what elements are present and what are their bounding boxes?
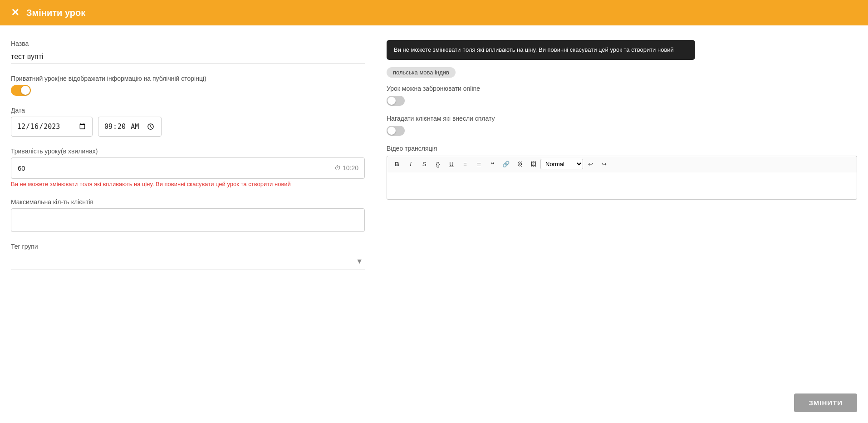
online-booking-toggle[interactable] <box>387 96 405 106</box>
strikethrough-button[interactable]: S <box>418 158 431 171</box>
remind-clients-group: Нагадати клієнтам які внесли сплату <box>387 115 857 138</box>
left-panel: Назва Приватний урок(не відображати інфо… <box>11 40 365 412</box>
private-label: Приватний урок(не відображати інформацію… <box>11 75 365 82</box>
italic-button[interactable]: I <box>404 158 417 171</box>
date-field-group: Дата <box>11 107 365 137</box>
private-toggle[interactable] <box>11 85 31 96</box>
tag-select[interactable] <box>11 253 365 270</box>
remind-clients-label: Нагадати клієнтам які внесли сплату <box>387 115 857 122</box>
online-booking-label: Урок можна забронювати online <box>387 85 857 92</box>
undo-button[interactable]: ↩ <box>584 158 597 171</box>
header: ✕ Змінити урок <box>0 0 868 25</box>
tag-chip-row: польська мова індив <box>387 67 857 78</box>
right-panel: Ви не можете змінювати поля які впливают… <box>387 40 857 412</box>
code-button[interactable]: {} <box>432 158 444 171</box>
max-clients-label: Максимальна кіл-ть клієнтів <box>11 198 365 206</box>
group-tag-label: Тег групи <box>11 243 365 250</box>
submit-button[interactable]: ЗМІНИТИ <box>794 393 857 412</box>
underline-button[interactable]: U <box>445 158 458 171</box>
duration-input[interactable] <box>11 157 365 179</box>
date-label: Дата <box>11 107 365 114</box>
duration-label: Тривалість уроку(в хвилинах) <box>11 148 365 155</box>
date-row <box>11 117 365 137</box>
max-clients-field-group: Максимальна кіл-ть клієнтів <box>11 198 365 232</box>
link-button[interactable]: 🔗 <box>500 158 512 171</box>
bold-button[interactable]: B <box>391 158 403 171</box>
tag-chip: польська мова індив <box>387 67 456 78</box>
video-label: Відео трансляція <box>387 145 857 152</box>
time-input[interactable] <box>98 117 162 137</box>
name-input[interactable] <box>11 50 365 64</box>
format-select[interactable]: Normal Heading 1 Heading 2 Heading 3 <box>540 159 583 169</box>
private-field-group: Приватний урок(не відображати інформацію… <box>11 75 365 96</box>
duration-field-group: Тривалість уроку(в хвилинах) ⏱ 10:20 Ви … <box>11 148 365 187</box>
editor-toolbar: B I S {} U ≡ ≣ ❝ 🔗 ⛓ 🖼 Normal Heading 1 … <box>387 156 857 172</box>
video-section: Відео трансляція B I S {} U ≡ ≣ ❝ 🔗 ⛓ 🖼 <box>387 145 857 200</box>
close-icon[interactable]: ✕ <box>11 7 19 19</box>
unordered-list-button[interactable]: ≡ <box>459 158 471 171</box>
submit-row: ЗМІНИТИ <box>794 393 857 412</box>
date-input[interactable] <box>11 117 93 137</box>
group-tag-field-group: Тег групи ▼ <box>11 243 365 270</box>
max-clients-input[interactable] <box>11 208 365 232</box>
ordered-list-button[interactable]: ≣ <box>472 158 485 171</box>
tag-select-wrapper: ▼ <box>11 253 365 270</box>
page-title: Змінити урок <box>26 8 85 18</box>
remind-clients-toggle[interactable] <box>387 126 405 136</box>
content: Назва Приватний урок(не відображати інфо… <box>0 25 868 423</box>
duration-hint: ⏱ 10:20 <box>334 164 358 172</box>
online-booking-group: Урок можна забронювати online <box>387 85 857 108</box>
duration-wrapper: ⏱ 10:20 <box>11 157 365 179</box>
image-button[interactable]: 🖼 <box>527 158 539 171</box>
video-editor-body[interactable] <box>387 172 857 200</box>
name-label: Назва <box>11 40 365 47</box>
duration-error: Ви не можете змінювати поля які впливают… <box>11 181 365 187</box>
private-toggle-row <box>11 85 365 96</box>
tooltip-box: Ви не можете змінювати поля які впливают… <box>387 40 695 60</box>
unlink-button[interactable]: ⛓ <box>513 158 526 171</box>
redo-button[interactable]: ↪ <box>598 158 610 171</box>
name-field-group: Назва <box>11 40 365 64</box>
quote-button[interactable]: ❝ <box>486 158 499 171</box>
